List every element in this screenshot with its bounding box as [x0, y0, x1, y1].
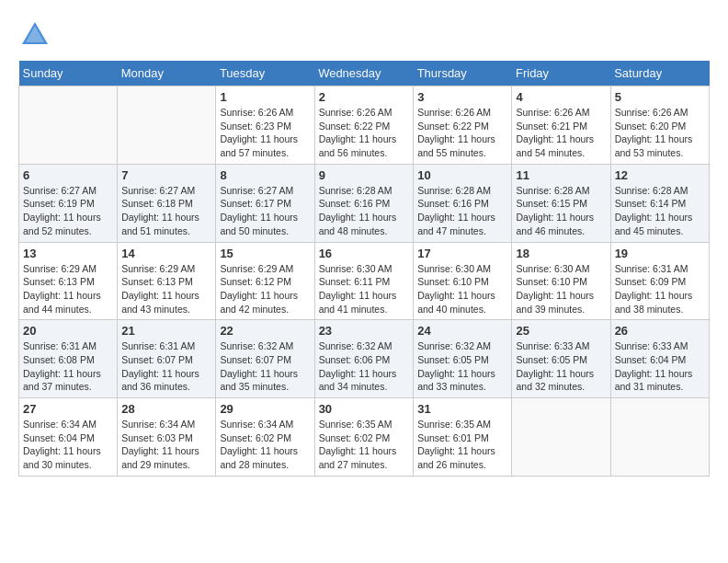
calendar-cell: 24Sunrise: 6:32 AM Sunset: 6:05 PM Dayli… [414, 320, 512, 398]
day-info: Sunrise: 6:26 AM Sunset: 6:22 PM Dayligh… [417, 106, 507, 160]
day-info: Sunrise: 6:30 AM Sunset: 6:10 PM Dayligh… [516, 262, 606, 316]
day-number: 25 [516, 324, 606, 338]
day-number: 27 [23, 402, 113, 416]
calendar-header-friday: Friday [512, 61, 610, 86]
calendar-week-row: 1Sunrise: 6:26 AM Sunset: 6:23 PM Daylig… [19, 86, 710, 165]
day-info: Sunrise: 6:32 AM Sunset: 6:07 PM Dayligh… [220, 339, 310, 394]
day-info: Sunrise: 6:28 AM Sunset: 6:16 PM Dayligh… [319, 184, 410, 238]
day-number: 15 [220, 247, 310, 260]
calendar-header-sunday: Sunday [19, 61, 118, 86]
day-info: Sunrise: 6:30 AM Sunset: 6:11 PM Dayligh… [319, 262, 410, 316]
calendar-cell: 14Sunrise: 6:29 AM Sunset: 6:13 PM Dayli… [118, 242, 216, 320]
day-info: Sunrise: 6:27 AM Sunset: 6:18 PM Dayligh… [121, 184, 211, 238]
day-info: Sunrise: 6:28 AM Sunset: 6:15 PM Dayligh… [516, 184, 606, 238]
day-info: Sunrise: 6:34 AM Sunset: 6:02 PM Dayligh… [220, 418, 310, 472]
calendar-cell: 16Sunrise: 6:30 AM Sunset: 6:11 PM Dayli… [314, 242, 414, 320]
day-info: Sunrise: 6:32 AM Sunset: 6:05 PM Dayligh… [417, 339, 507, 394]
day-number: 5 [615, 90, 705, 104]
calendar-header-row: SundayMondayTuesdayWednesdayThursdayFrid… [19, 61, 710, 86]
day-number: 11 [516, 168, 606, 182]
day-number: 13 [23, 247, 113, 260]
day-number: 30 [319, 402, 410, 416]
day-number: 28 [121, 402, 211, 416]
day-info: Sunrise: 6:29 AM Sunset: 6:13 PM Dayligh… [23, 262, 113, 316]
calendar-week-row: 13Sunrise: 6:29 AM Sunset: 6:13 PM Dayli… [19, 242, 710, 320]
calendar-cell [512, 398, 610, 477]
calendar-header-tuesday: Tuesday [216, 61, 314, 86]
calendar-header-saturday: Saturday [610, 61, 709, 86]
calendar-week-row: 20Sunrise: 6:31 AM Sunset: 6:08 PM Dayli… [19, 320, 710, 398]
calendar-cell: 3Sunrise: 6:26 AM Sunset: 6:22 PM Daylig… [414, 86, 512, 165]
calendar-cell [19, 86, 118, 165]
logo-icon [18, 18, 51, 52]
calendar-cell: 19Sunrise: 6:31 AM Sunset: 6:09 PM Dayli… [610, 242, 709, 320]
calendar-cell: 12Sunrise: 6:28 AM Sunset: 6:14 PM Dayli… [610, 164, 709, 242]
day-number: 17 [417, 247, 507, 260]
calendar-cell: 4Sunrise: 6:26 AM Sunset: 6:21 PM Daylig… [512, 86, 610, 165]
calendar-cell: 31Sunrise: 6:35 AM Sunset: 6:01 PM Dayli… [414, 398, 512, 477]
calendar-cell: 7Sunrise: 6:27 AM Sunset: 6:18 PM Daylig… [118, 164, 216, 242]
calendar-cell: 17Sunrise: 6:30 AM Sunset: 6:10 PM Dayli… [414, 242, 512, 320]
calendar-header-wednesday: Wednesday [314, 61, 414, 86]
day-number: 3 [417, 90, 507, 104]
day-info: Sunrise: 6:30 AM Sunset: 6:10 PM Dayligh… [417, 262, 507, 316]
calendar-cell: 28Sunrise: 6:34 AM Sunset: 6:03 PM Dayli… [118, 398, 216, 477]
day-info: Sunrise: 6:33 AM Sunset: 6:04 PM Dayligh… [615, 339, 705, 394]
day-number: 21 [121, 324, 211, 338]
day-info: Sunrise: 6:33 AM Sunset: 6:05 PM Dayligh… [516, 339, 606, 394]
calendar-cell: 22Sunrise: 6:32 AM Sunset: 6:07 PM Dayli… [216, 320, 314, 398]
day-number: 22 [220, 324, 310, 338]
day-number: 18 [516, 247, 606, 260]
day-info: Sunrise: 6:26 AM Sunset: 6:20 PM Dayligh… [615, 106, 705, 160]
day-number: 7 [121, 168, 211, 182]
day-number: 4 [516, 90, 606, 104]
day-number: 26 [615, 324, 705, 338]
calendar-cell: 30Sunrise: 6:35 AM Sunset: 6:02 PM Dayli… [314, 398, 414, 477]
day-info: Sunrise: 6:26 AM Sunset: 6:23 PM Dayligh… [220, 106, 310, 160]
day-number: 12 [615, 168, 705, 182]
day-info: Sunrise: 6:28 AM Sunset: 6:14 PM Dayligh… [615, 184, 705, 238]
day-number: 29 [220, 402, 310, 416]
day-info: Sunrise: 6:28 AM Sunset: 6:16 PM Dayligh… [417, 184, 507, 238]
calendar-week-row: 6Sunrise: 6:27 AM Sunset: 6:19 PM Daylig… [19, 164, 710, 242]
calendar-cell: 23Sunrise: 6:32 AM Sunset: 6:06 PM Dayli… [314, 320, 414, 398]
day-number: 20 [23, 324, 113, 338]
day-info: Sunrise: 6:27 AM Sunset: 6:17 PM Dayligh… [220, 184, 310, 238]
day-number: 14 [121, 247, 211, 260]
day-info: Sunrise: 6:35 AM Sunset: 6:01 PM Dayligh… [417, 418, 507, 472]
day-number: 10 [417, 168, 507, 182]
day-number: 24 [417, 324, 507, 338]
day-info: Sunrise: 6:27 AM Sunset: 6:19 PM Dayligh… [23, 184, 113, 238]
calendar-cell: 9Sunrise: 6:28 AM Sunset: 6:16 PM Daylig… [314, 164, 414, 242]
calendar-cell: 27Sunrise: 6:34 AM Sunset: 6:04 PM Dayli… [19, 398, 118, 477]
calendar-cell: 29Sunrise: 6:34 AM Sunset: 6:02 PM Dayli… [216, 398, 314, 477]
logo [18, 18, 57, 52]
day-number: 8 [220, 168, 310, 182]
day-info: Sunrise: 6:29 AM Sunset: 6:12 PM Dayligh… [220, 262, 310, 316]
page-header [18, 18, 710, 52]
calendar-cell: 11Sunrise: 6:28 AM Sunset: 6:15 PM Dayli… [512, 164, 610, 242]
calendar-cell: 2Sunrise: 6:26 AM Sunset: 6:22 PM Daylig… [314, 86, 414, 165]
day-number: 1 [220, 90, 310, 104]
calendar-week-row: 27Sunrise: 6:34 AM Sunset: 6:04 PM Dayli… [19, 398, 710, 477]
calendar-header-thursday: Thursday [414, 61, 512, 86]
day-info: Sunrise: 6:26 AM Sunset: 6:21 PM Dayligh… [516, 106, 606, 160]
calendar-cell: 21Sunrise: 6:31 AM Sunset: 6:07 PM Dayli… [118, 320, 216, 398]
day-number: 23 [319, 324, 410, 338]
day-info: Sunrise: 6:34 AM Sunset: 6:04 PM Dayligh… [23, 418, 113, 472]
day-info: Sunrise: 6:29 AM Sunset: 6:13 PM Dayligh… [121, 262, 211, 316]
day-number: 6 [23, 168, 113, 182]
calendar-cell: 20Sunrise: 6:31 AM Sunset: 6:08 PM Dayli… [19, 320, 118, 398]
calendar-cell [610, 398, 709, 477]
calendar-cell: 6Sunrise: 6:27 AM Sunset: 6:19 PM Daylig… [19, 164, 118, 242]
day-info: Sunrise: 6:34 AM Sunset: 6:03 PM Dayligh… [121, 418, 211, 472]
calendar-table: SundayMondayTuesdayWednesdayThursdayFrid… [18, 61, 710, 477]
day-info: Sunrise: 6:32 AM Sunset: 6:06 PM Dayligh… [319, 339, 410, 394]
calendar-cell: 26Sunrise: 6:33 AM Sunset: 6:04 PM Dayli… [610, 320, 709, 398]
day-info: Sunrise: 6:26 AM Sunset: 6:22 PM Dayligh… [319, 106, 410, 160]
calendar-cell: 10Sunrise: 6:28 AM Sunset: 6:16 PM Dayli… [414, 164, 512, 242]
calendar-header-monday: Monday [118, 61, 216, 86]
day-info: Sunrise: 6:35 AM Sunset: 6:02 PM Dayligh… [319, 418, 410, 472]
day-number: 19 [615, 247, 705, 260]
day-info: Sunrise: 6:31 AM Sunset: 6:07 PM Dayligh… [121, 339, 211, 394]
